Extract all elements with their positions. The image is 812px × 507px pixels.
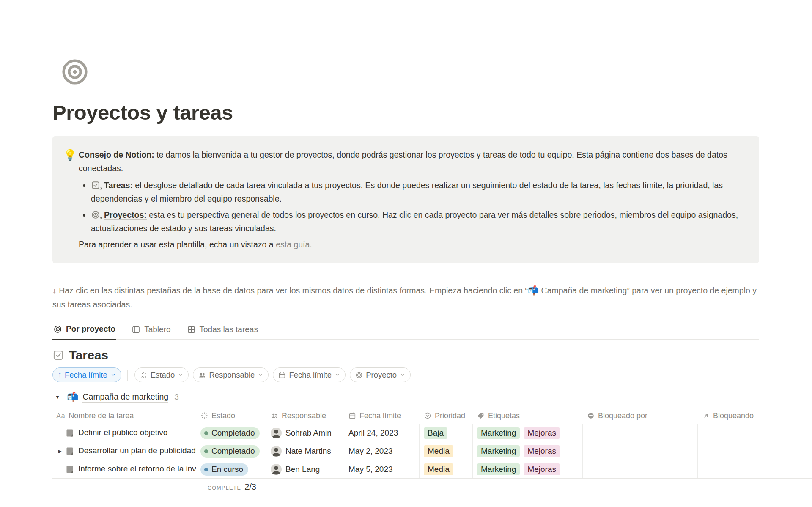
column-header-nombre[interactable]: AaNombre de la tarea [52,411,196,420]
priority-tag[interactable]: Media [424,463,453,475]
column-label: Nombre de la tarea [69,411,134,420]
tab-por-proyecto[interactable]: Por proyecto [52,324,116,340]
status-badge[interactable]: En curso [200,463,248,476]
task-name-link[interactable]: Informe sobre el retorno de la inversión [78,464,196,474]
tasks-section-title: Tareas [69,348,108,362]
task-name-link[interactable]: Desarrollar un plan de publicidad [78,446,196,456]
callout-intro: Consejo de Notion: te damos la bienvenid… [79,148,743,175]
blocked-by-cell[interactable] [583,460,698,478]
tab-tablero[interactable]: Tablero [131,324,171,340]
filter-responsable[interactable]: Responsable [193,367,269,382]
priority-tag[interactable]: Baja [424,427,447,439]
due-date-cell[interactable]: May 2, 2023 [344,442,420,460]
row-toggle[interactable]: ▶ [55,449,65,454]
notion-tip-callout: 💡 Consejo de Notion: te damos la bienven… [52,136,759,263]
blocked-by-cell[interactable] [583,442,698,460]
blocking-cell[interactable] [698,442,812,460]
priority-cell[interactable]: Baja [420,424,473,442]
assignee-name: Sohrab Amin [285,428,332,438]
due-date-cell[interactable]: April 24, 2023 [344,424,420,442]
tag[interactable]: Marketing [477,445,520,457]
tab-label: Por proyecto [66,324,115,334]
filter-label: Responsable [209,370,255,380]
task-name-cell[interactable]: Informe sobre el retorno de la inversión [52,460,196,478]
column-header-responsable[interactable]: Responsable [266,411,344,420]
tag[interactable]: Mejoras [524,427,560,439]
board-icon [132,325,140,334]
assignee-cell[interactable]: Sohrab Amin [266,424,344,442]
blocking-cell[interactable] [698,424,812,442]
target-icon [355,371,363,379]
status-badge[interactable]: Completado [200,445,260,458]
status-badge[interactable]: Completado [200,427,260,439]
list-item: Proyectos: esta es tu perspectiva genera… [91,208,743,235]
checkbox-icon [52,349,64,361]
tab-label: Tablero [144,325,170,334]
tags-cell[interactable]: MarketingMejoras [473,424,583,442]
tag[interactable]: Mejoras [524,463,560,475]
tag[interactable]: Marketing [477,463,520,475]
assignee-name: Nate Martins [285,447,331,456]
status-cell[interactable]: Completado [196,424,266,442]
callout-intro-bold: Consejo de Notion: [79,150,154,159]
page-target-icon[interactable] [59,56,91,88]
task-name-link[interactable]: Definir el público objetivo [78,428,167,438]
group-toggle-icon[interactable]: ▼ [55,394,63,400]
blocked-by-cell[interactable] [583,424,698,442]
text-icon: Aa [56,412,65,420]
tasks-database-link[interactable]: Tareas: [104,181,133,190]
status-cell[interactable]: En curso [196,460,266,478]
column-header-fecha-limite[interactable]: Fecha límite [344,411,420,420]
due-date-cell[interactable]: May 5, 2023 [344,460,420,478]
page-icon [65,428,74,438]
due-date: April 24, 2023 [348,428,398,438]
priority-tag[interactable]: Media [424,445,453,457]
tag[interactable]: Mejoras [524,445,560,457]
priority-cell[interactable]: Media [420,460,473,478]
table-header-row: AaNombre de la tarea Estado Responsable … [52,408,812,424]
callout-footer: Para aprender a usar esta plantilla, ech… [79,238,743,251]
column-header-bloqueado-por[interactable]: Bloqueado por [583,411,698,420]
table-footer-row: COMPLETE 2/3 [52,478,812,495]
assignee-name: Ben Lang [285,465,320,474]
filter-estado[interactable]: Estado [134,367,189,382]
task-name-cell[interactable]: Definir el público objetivo [52,424,196,442]
column-header-bloqueando[interactable]: Bloqueando [698,411,812,420]
status-label: Completado [211,447,255,456]
status-label: En curso [211,465,243,474]
chevron-down-icon [335,372,340,378]
filter-proyecto[interactable]: Proyecto [350,367,411,382]
calendar-icon [278,371,286,379]
tags-cell[interactable]: MarketingMejoras [473,442,583,460]
list-item-text: esta es tu perspectiva general de todos … [91,210,738,233]
column-header-estado[interactable]: Estado [196,411,266,420]
tag[interactable]: Marketing [477,427,520,439]
task-name-cell[interactable]: ▶ Desarrollar un plan de publicidad [52,442,196,460]
column-header-prioridad[interactable]: Prioridad [420,411,473,420]
chevron-down-icon [178,372,183,378]
sort-pill-fecha-limite[interactable]: ↑ Fecha límite [52,367,121,382]
assignee-cell[interactable]: Nate Martins [266,442,344,460]
tags-cell[interactable]: MarketingMejoras [473,460,583,478]
blocking-cell[interactable] [698,460,812,478]
column-header-etiquetas[interactable]: Etiquetas [473,411,583,420]
projects-database-icon [91,210,100,219]
filter-fecha-limite[interactable]: Fecha límite [273,367,346,382]
projects-database-link[interactable]: Proyectos: [104,210,147,220]
status-cell[interactable]: Completado [196,442,266,460]
guide-link[interactable]: esta guía [276,240,310,249]
group-name-link[interactable]: Campaña de marketing [82,392,168,403]
due-date: May 5, 2023 [348,465,393,474]
calculation-complete[interactable]: COMPLETE 2/3 [196,482,266,492]
avatar [271,464,282,475]
table-row: ▶ Desarrollar un plan de publicidad Comp… [52,442,812,460]
avatar [271,446,282,457]
database-view-tabs: Por proyecto Tablero Todas las tareas [52,324,759,340]
group-header-campana-de-marketing: ▼ 📬 Campaña de marketing 3 [52,392,812,403]
mailbox-icon: 📬 [67,392,78,403]
priority-cell[interactable]: Media [420,442,473,460]
assignee-cell[interactable]: Ben Lang [266,460,344,478]
status-spinner-icon [140,371,148,379]
tab-todas-las-tareas[interactable]: Todas las tareas [186,324,259,340]
avatar [271,428,282,438]
